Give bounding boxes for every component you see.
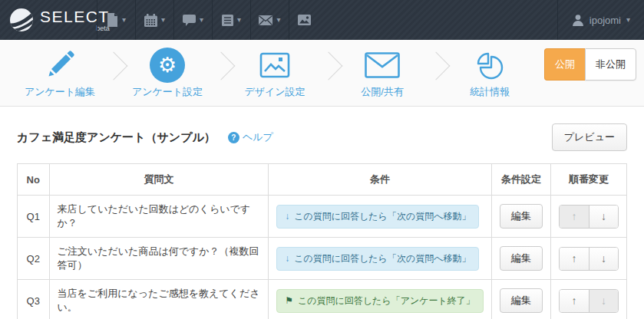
nav-menu-mail[interactable]: ▾	[250, 0, 289, 40]
condition-text: この質問に回答したら「アンケート終了」	[298, 294, 475, 307]
main-content: カフェ満足度アンケート（サンプル） ? ヘルプ プレビュー No 質問文 条件 …	[0, 107, 644, 319]
nav-menu-calendar[interactable]: ▾	[135, 0, 173, 40]
help-label: ヘルプ	[243, 130, 273, 144]
navbar-spacer	[319, 0, 557, 40]
question-text: ご注文いただいた商品は何ですか？（複数回答可）	[49, 238, 269, 280]
pie-chart-icon	[474, 47, 506, 84]
question-number: Q2	[18, 238, 50, 280]
brand-logo[interactable]: SELECT beta	[0, 0, 97, 40]
col-header-question: 質問文	[49, 164, 269, 196]
page-title: カフェ満足度アンケート（サンプル）	[17, 130, 216, 145]
user-menu[interactable]: ipojomi ▾	[557, 0, 644, 40]
publish-toggle: 公開 非公開	[544, 48, 636, 81]
step-wizard: アンケート編集 ⚙ アンケート設定 デザイン設定 公開/共有	[0, 40, 644, 107]
step-label: 統計情報	[470, 85, 510, 99]
publish-off-button[interactable]: 非公開	[585, 48, 636, 81]
chevron-down-icon: ▾	[122, 16, 126, 24]
chevron-down-icon: ▾	[237, 16, 241, 24]
calendar-icon	[144, 14, 157, 27]
title-row: カフェ満足度アンケート（サンプル） ? ヘルプ プレビュー	[17, 123, 627, 151]
gear-icon: ⚙	[150, 48, 185, 83]
flag-icon: ⚑	[285, 295, 293, 306]
step-publish-share[interactable]: 公開/共有	[341, 47, 424, 99]
chevron-down-icon: ▾	[276, 16, 280, 24]
move-down-button: ↓	[589, 290, 618, 312]
chevron-down-icon: ▾	[161, 16, 165, 24]
down-arrow-icon: ↓	[285, 211, 289, 222]
nav-menu-image[interactable]	[289, 0, 319, 40]
question-table: No 質問文 条件 条件設定 順番変更 Q1 来店していただいた回数はどのくらい…	[17, 163, 627, 319]
condition-badge: ↓ この質問に回答したら「次の質問へ移動」	[276, 205, 479, 229]
step-label: アンケート編集	[25, 85, 95, 99]
condition-text: この質問に回答したら「次の質問へ移動」	[294, 210, 471, 223]
col-header-reorder: 順番変更	[550, 164, 626, 196]
move-down-button[interactable]: ↓	[589, 248, 618, 270]
pencil-icon	[44, 47, 76, 84]
reorder-control: ↑ ↓	[559, 247, 619, 271]
user-name: ipojomi	[590, 15, 621, 26]
condition-badge: ⚑ この質問に回答したら「アンケート終了」	[276, 289, 484, 313]
publish-on-button[interactable]: 公開	[544, 48, 585, 81]
question-text: 当店をご利用になったご感想を教えてください。	[49, 280, 269, 319]
table-row: Q2 ご注文いただいた商品は何ですか？（複数回答可） ↓ この質問に回答したら「…	[18, 238, 627, 280]
question-number: Q1	[18, 196, 50, 238]
help-link[interactable]: ? ヘルプ	[228, 130, 273, 144]
move-up-button[interactable]: ↑	[560, 248, 589, 270]
nav-menu-file[interactable]: ▾	[97, 0, 135, 40]
user-icon	[572, 14, 584, 26]
envelope-icon	[365, 47, 400, 84]
reorder-control: ↑ ↓	[559, 205, 619, 229]
reorder-control: ↑ ↓	[559, 289, 619, 313]
edit-button[interactable]: 編集	[500, 246, 543, 271]
step-survey-edit[interactable]: アンケート編集	[18, 47, 101, 99]
move-up-button[interactable]: ↑	[560, 290, 589, 312]
edit-button[interactable]: 編集	[500, 204, 543, 229]
chevron-down-icon: ▾	[200, 16, 203, 24]
down-arrow-icon: ↓	[285, 253, 289, 264]
col-header-condition-setting: 条件設定	[491, 164, 550, 196]
mail-icon	[259, 15, 272, 25]
table-row: Q1 来店していただいた回数はどのくらいですか？ ↓ この質問に回答したら「次の…	[18, 196, 627, 238]
step-design-settings[interactable]: デザイン設定	[233, 47, 316, 99]
chevron-down-icon: ▾	[626, 16, 630, 24]
step-separator-chevron-icon	[315, 51, 343, 80]
step-statistics[interactable]: 統計情報	[448, 47, 531, 99]
design-image-icon	[259, 47, 291, 84]
help-question-icon: ?	[228, 132, 239, 143]
comment-icon	[183, 15, 196, 26]
question-number: Q3	[18, 280, 50, 319]
step-label: アンケート設定	[132, 85, 203, 99]
nav-menu-list[interactable]: ▾	[212, 0, 250, 40]
top-navbar: SELECT beta ▾ ▾ ▾	[0, 0, 644, 40]
step-label: デザイン設定	[244, 85, 305, 99]
step-survey-settings[interactable]: ⚙ アンケート設定	[126, 47, 209, 99]
step-separator-chevron-icon	[207, 51, 236, 80]
table-row: Q3 当店をご利用になったご感想を教えてください。 ⚑ この質問に回答したら「ア…	[18, 280, 627, 319]
move-up-button: ↑	[560, 206, 589, 228]
select-logo-icon	[9, 8, 34, 32]
edit-button[interactable]: 編集	[500, 288, 543, 313]
col-header-condition: 条件	[269, 164, 492, 196]
step-separator-chevron-icon	[100, 51, 128, 80]
col-header-no: No	[18, 164, 50, 196]
question-text: 来店していただいた回数はどのくらいですか？	[49, 196, 269, 238]
move-down-button[interactable]: ↓	[589, 206, 618, 228]
step-separator-chevron-icon	[422, 51, 451, 80]
image-icon	[298, 15, 311, 25]
condition-badge: ↓ この質問に回答したら「次の質問へ移動」	[276, 247, 479, 271]
nav-menu-comment[interactable]: ▾	[173, 0, 212, 40]
file-icon	[107, 13, 118, 27]
condition-text: この質問に回答したら「次の質問へ移動」	[294, 252, 471, 265]
table-header-row: No 質問文 条件 条件設定 順番変更	[18, 164, 627, 196]
list-icon	[222, 15, 233, 26]
preview-button[interactable]: プレビュー	[552, 123, 627, 151]
step-label: 公開/共有	[361, 85, 404, 99]
